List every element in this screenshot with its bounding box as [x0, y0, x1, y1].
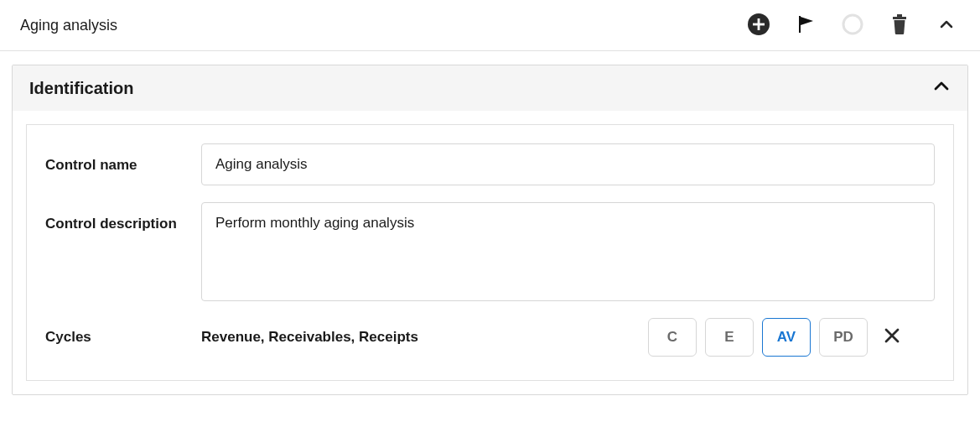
cycles-selected-value: Revenue, Receivables, Receipts [201, 329, 648, 346]
chevron-up-icon [938, 16, 955, 35]
status-button[interactable] [839, 12, 866, 39]
cycle-abbr-group: C E AV PD [648, 318, 901, 357]
section-header[interactable]: Identification [13, 65, 967, 111]
chevron-up-icon [932, 77, 951, 99]
svg-rect-3 [799, 16, 801, 33]
identification-section: Identification Control name Control desc… [12, 65, 968, 395]
delete-button[interactable] [886, 12, 913, 39]
plus-circle-icon [747, 13, 770, 39]
svg-rect-6 [893, 17, 906, 19]
collapse-header-button[interactable] [933, 12, 960, 39]
page-title: Aging analysis [20, 17, 117, 34]
flag-button[interactable] [792, 12, 819, 39]
cycles-label: Cycles [45, 329, 201, 346]
control-name-row: Control name [45, 143, 935, 185]
svg-rect-2 [753, 23, 765, 25]
cycles-row: Cycles Revenue, Receivables, Receipts C … [45, 318, 935, 357]
identification-panel: Control name Control description Cycles … [26, 124, 954, 381]
cycle-abbr-pd[interactable]: PD [819, 318, 868, 357]
close-icon [883, 326, 901, 348]
page-header: Aging analysis [0, 0, 980, 51]
cycle-abbr-c[interactable]: C [648, 318, 697, 357]
flag-icon [795, 13, 817, 38]
cycle-abbr-e[interactable]: E [705, 318, 754, 357]
control-description-label: Control description [45, 202, 201, 237]
control-description-input[interactable] [201, 202, 935, 301]
svg-marker-4 [801, 17, 813, 25]
cycles-remove-button[interactable] [883, 326, 901, 348]
svg-point-5 [843, 15, 862, 34]
control-name-input[interactable] [201, 143, 935, 185]
control-name-label: Control name [45, 143, 201, 179]
add-button[interactable] [745, 12, 772, 39]
control-description-row: Control description [45, 202, 935, 301]
cycle-abbr-av[interactable]: AV [762, 318, 811, 357]
circle-outline-icon [841, 13, 864, 39]
section-body: Control name Control description Cycles … [13, 111, 967, 394]
svg-rect-7 [897, 14, 902, 17]
header-actions [745, 12, 960, 39]
section-title: Identification [29, 79, 133, 98]
trash-icon [889, 13, 910, 38]
